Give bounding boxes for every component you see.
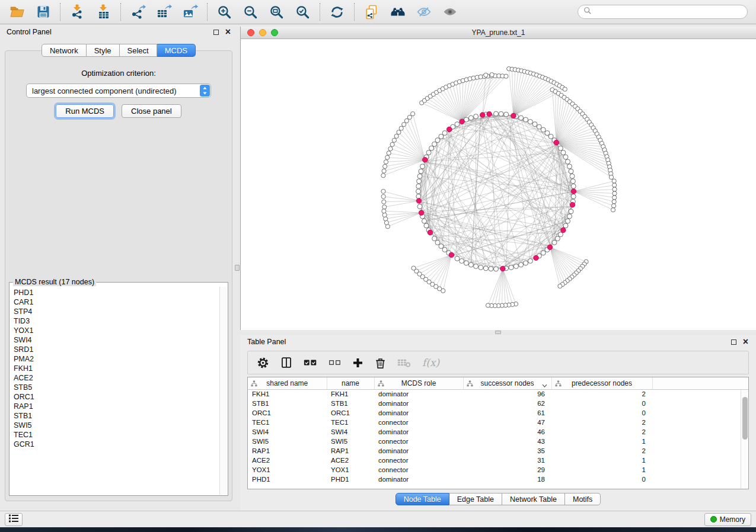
close-table-panel-icon[interactable]: × bbox=[743, 339, 748, 345]
hide-selected-button[interactable] bbox=[413, 2, 435, 21]
cell[interactable]: 2 bbox=[551, 389, 652, 399]
close-panel-button[interactable]: Close panel bbox=[122, 104, 181, 118]
table-row[interactable]: PHD1PHD1dominator180 bbox=[248, 475, 748, 484]
horizontal-splitter[interactable] bbox=[240, 330, 756, 335]
add-column-button[interactable] bbox=[352, 357, 363, 368]
cell[interactable]: 1 bbox=[551, 465, 652, 475]
cell[interactable]: 35 bbox=[463, 446, 551, 456]
mcds-result-item[interactable]: TEC1 bbox=[14, 430, 219, 440]
table-row[interactable]: SWI5SWI5connector431 bbox=[248, 437, 748, 446]
cell[interactable]: YOX1 bbox=[248, 465, 327, 475]
network-canvas[interactable] bbox=[241, 39, 756, 330]
cell[interactable]: FKH1 bbox=[327, 389, 374, 399]
table-row[interactable]: ORC1ORC1dominator610 bbox=[248, 408, 748, 418]
column-header-MCDS-role[interactable]: MCDS role bbox=[374, 377, 463, 389]
cell[interactable]: 46 bbox=[463, 427, 551, 437]
float-table-panel-icon[interactable] bbox=[731, 339, 736, 345]
column-header-shared-name[interactable]: shared name bbox=[248, 377, 327, 389]
split-view-button[interactable] bbox=[280, 357, 292, 368]
show-all-button[interactable] bbox=[439, 2, 461, 21]
cell[interactable]: connector bbox=[374, 456, 463, 465]
table-scrollbar-thumb[interactable] bbox=[742, 397, 748, 440]
table-row[interactable]: FKH1FKH1dominator962 bbox=[248, 389, 748, 399]
close-panel-icon[interactable]: × bbox=[225, 29, 231, 35]
cell[interactable]: TEC1 bbox=[248, 418, 327, 427]
export-network-button[interactable] bbox=[127, 2, 149, 21]
cell[interactable]: connector bbox=[374, 465, 463, 475]
table-row[interactable]: SWI4SWI4dominator462 bbox=[248, 427, 748, 437]
run-mcds-button[interactable]: Run MCDS bbox=[56, 104, 114, 118]
cell[interactable]: dominator bbox=[374, 446, 463, 456]
cell[interactable]: ORC1 bbox=[248, 408, 327, 418]
cell[interactable]: 47 bbox=[463, 418, 551, 427]
close-window-icon[interactable] bbox=[247, 29, 254, 36]
cell[interactable]: SWI4 bbox=[327, 427, 374, 437]
cell[interactable]: dominator bbox=[374, 389, 463, 399]
memory-button[interactable]: Memory bbox=[704, 513, 751, 526]
refresh-layout-button[interactable] bbox=[326, 2, 348, 21]
cell[interactable]: STB1 bbox=[248, 399, 327, 408]
zoom-out-button[interactable] bbox=[240, 2, 261, 21]
cell[interactable]: 43 bbox=[463, 437, 551, 446]
cell[interactable]: 0 bbox=[551, 408, 652, 418]
cell[interactable]: dominator bbox=[374, 475, 463, 484]
maximize-window-icon[interactable] bbox=[271, 29, 278, 36]
cell[interactable]: RAP1 bbox=[248, 446, 327, 456]
mcds-result-item[interactable]: RAP1 bbox=[14, 402, 219, 411]
mcds-result-item[interactable]: TID3 bbox=[14, 316, 219, 326]
tab-motifs[interactable]: Motifs bbox=[565, 493, 601, 505]
cell[interactable]: connector bbox=[374, 418, 463, 427]
mcds-result-item[interactable]: GCR1 bbox=[14, 440, 219, 449]
table-scrollbar[interactable] bbox=[741, 390, 748, 489]
delete-column-button[interactable] bbox=[375, 357, 386, 369]
tab-edge-table[interactable]: Edge Table bbox=[449, 493, 502, 505]
cell[interactable]: YOX1 bbox=[327, 465, 374, 475]
duplicate-network-button[interactable] bbox=[361, 2, 382, 21]
table-row[interactable]: RAP1RAP1dominator352 bbox=[248, 446, 748, 456]
cell[interactable]: 2 bbox=[551, 446, 652, 456]
search-input[interactable] bbox=[595, 8, 742, 16]
mcds-result-item[interactable]: STB1 bbox=[14, 411, 219, 421]
cell[interactable]: connector bbox=[374, 437, 463, 446]
zoom-selected-button[interactable] bbox=[292, 2, 314, 21]
cell[interactable]: PHD1 bbox=[327, 475, 374, 484]
mcds-result-item[interactable]: PMA2 bbox=[14, 354, 219, 364]
cell[interactable]: dominator bbox=[374, 408, 463, 418]
tab-node-table[interactable]: Node Table bbox=[395, 493, 449, 505]
cell[interactable]: TEC1 bbox=[327, 418, 374, 427]
cell[interactable]: dominator bbox=[374, 427, 463, 437]
save-session-button[interactable] bbox=[32, 2, 54, 21]
export-table-button[interactable] bbox=[153, 2, 175, 21]
cell[interactable]: 29 bbox=[463, 465, 551, 475]
mcds-result-item[interactable]: ACE2 bbox=[14, 373, 219, 383]
table-row[interactable]: YOX1YOX1connector291 bbox=[248, 465, 748, 475]
import-table-button[interactable] bbox=[92, 2, 114, 21]
cell[interactable]: 96 bbox=[463, 389, 551, 399]
cell[interactable]: 18 bbox=[463, 475, 551, 484]
tab-network-table[interactable]: Network Table bbox=[502, 493, 565, 505]
table-row[interactable]: ACE2ACE2connector311 bbox=[248, 456, 748, 465]
cell[interactable]: 2 bbox=[551, 427, 652, 437]
float-panel-icon[interactable] bbox=[213, 30, 219, 35]
cell[interactable]: FKH1 bbox=[248, 389, 327, 399]
tab-select[interactable]: Select bbox=[120, 44, 157, 57]
minimize-window-icon[interactable] bbox=[259, 29, 266, 36]
cell[interactable]: STB1 bbox=[327, 399, 374, 408]
mcds-list-scrollbar[interactable] bbox=[219, 287, 227, 495]
mcds-result-item[interactable]: CAR1 bbox=[14, 297, 219, 307]
cell[interactable]: SWI4 bbox=[248, 427, 327, 437]
column-header-name[interactable]: name bbox=[327, 377, 374, 389]
column-header-predecessor-nodes[interactable]: predecessor nodes bbox=[551, 377, 652, 389]
table-row[interactable]: STB1STB1dominator620 bbox=[248, 399, 748, 408]
cell[interactable]: 61 bbox=[463, 408, 551, 418]
mcds-result-item[interactable]: PHD1 bbox=[14, 288, 219, 297]
table-row[interactable]: TEC1TEC1connector472 bbox=[248, 418, 748, 427]
mcds-result-item[interactable]: SWI4 bbox=[14, 335, 219, 345]
cell[interactable]: ACE2 bbox=[327, 456, 374, 465]
search-box[interactable] bbox=[578, 5, 748, 19]
mcds-result-item[interactable]: SRD1 bbox=[14, 345, 219, 354]
tab-network[interactable]: Network bbox=[42, 44, 87, 57]
cell[interactable]: dominator bbox=[374, 399, 463, 408]
cell[interactable]: 62 bbox=[463, 399, 551, 408]
mcds-result-item[interactable]: SWI5 bbox=[14, 421, 219, 430]
